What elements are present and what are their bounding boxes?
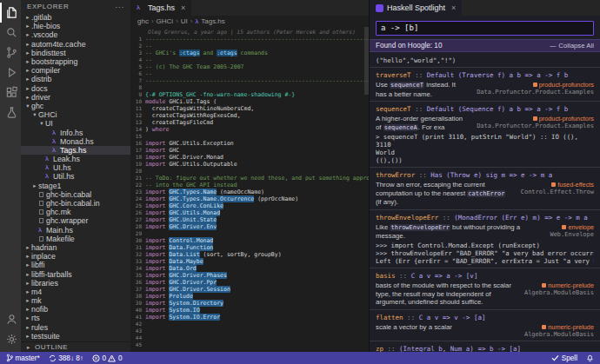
tree-item-ghc-bin-cabal-in[interactable]: ghc-bin.cabal.in (21, 199, 130, 208)
package-info[interactable]: envelopeWeb.Envelope (550, 223, 594, 238)
code-line: 41import System.IO.Error (130, 314, 369, 321)
package-info[interactable]: numeric-preludeAlgebra.ModuleBasis (524, 281, 594, 296)
result-item-flatten[interactable]: flatten :: C a v => v -> [a]numeric-prel… (370, 310, 600, 341)
tree-item-nofib[interactable]: ▸nofib (21, 305, 130, 314)
tree-item--vscode[interactable]: ▸.vscode (21, 30, 130, 39)
package-info[interactable]: product-profunctorsData.Profunctor.Produ… (477, 115, 594, 129)
breadcrumb-item[interactable]: ghc (137, 17, 149, 25)
search-input[interactable] (376, 21, 594, 36)
tree-item--hie-bios[interactable]: ▸.hie-bios (21, 22, 130, 30)
account-icon[interactable] (0, 309, 21, 329)
line-number: 14 (130, 126, 145, 133)
run-debug-icon[interactable] (0, 63, 21, 83)
tree-item-hadrian[interactable]: ▸hadrian (21, 243, 130, 252)
tree-item-util-hs[interactable]: λUtil.hs (21, 172, 130, 181)
line-content: import GHC.Driver.Ppr (145, 279, 369, 286)
line-content: import GHC (145, 147, 369, 154)
tree-item-info-hs[interactable]: λInfo.hs (21, 128, 130, 136)
tree-item-ghc-wrapper[interactable]: ghc.wrapper (21, 216, 130, 225)
tree-item-rts[interactable]: ▸rts (21, 314, 130, 322)
editor-scrollbar[interactable] (364, 27, 369, 352)
tree-item-ghci[interactable]: ▾GHCi (21, 110, 130, 119)
tree-item-label: Util.hs (53, 172, 74, 181)
tree-item-libraries[interactable]: ▸libraries (21, 279, 130, 288)
tree-item-ghc-mk[interactable]: ghc.mk (21, 208, 130, 216)
close-icon[interactable]: × (451, 3, 456, 12)
tree-item-inplace[interactable]: ▸inplace (21, 252, 130, 261)
more-actions-icon[interactable]: ··· (115, 3, 124, 11)
tree-item-leak-hs[interactable]: λLeak.hs (21, 155, 130, 163)
tree-item-mk[interactable]: ▸mk (21, 296, 130, 305)
search-icon[interactable] (0, 23, 21, 43)
line-content: import GHC.Driver.Monad (145, 154, 369, 161)
code-line: 39import System.Directory (130, 300, 369, 307)
tree-item-libffi[interactable]: ▸libffi (21, 261, 130, 269)
code-line: 29 (130, 230, 369, 237)
tree-item-ui-hs[interactable]: λUI.hs (21, 163, 130, 172)
collapse-all-button[interactable]: — Collapse All (550, 42, 594, 50)
tree-item-main-hs[interactable]: λMain.hs (21, 226, 130, 235)
tree-item-m4[interactable]: ▸m4 (21, 288, 130, 296)
breadcrumb[interactable]: ghc › GHCi › UI › λ Tags.hs (130, 16, 369, 27)
result-code-example: ("hello","world","!") (376, 57, 594, 65)
tree-item--gitlab[interactable]: ▸.gitlab (21, 13, 130, 22)
tree-item-bootstrapping[interactable]: ▸bootstrapping (21, 57, 130, 66)
result-item-zp[interactable]: zp :: (Integral b, Num a) => b -> [a]dsp… (370, 341, 600, 352)
package-icon (542, 283, 546, 288)
package-icon (551, 182, 556, 187)
breadcrumb-item[interactable]: UI (181, 17, 188, 25)
tab-haskell-spotlight[interactable]: Haskell Spotlight × (370, 0, 463, 16)
haskell-file-icon: λ (137, 4, 142, 11)
result-item-traverset[interactable]: traverseT :: Default (Traverse f) a b =>… (370, 68, 600, 102)
code-editor[interactable]: Oleg Grenrus, a year ago | 15 authors (P… (130, 27, 369, 352)
tree-item-ghc-bin-cabal[interactable]: ghc-bin.cabal (21, 190, 130, 199)
notifications-bell-icon[interactable] (586, 354, 594, 362)
code-line: 19import GHC.Utils.Outputable (130, 161, 369, 168)
tree-item-docs[interactable]: ▸docs (21, 84, 130, 93)
result-item-sequencet[interactable]: sequenceT :: Default (Sequence f) a b =>… (370, 102, 600, 168)
git-branch-indicator[interactable]: master* (6, 354, 40, 362)
tab-tags-hs[interactable]: λ Tags.hs × (130, 0, 192, 16)
explorer-icon[interactable] (0, 3, 21, 23)
scrollbar-thumb[interactable] (364, 27, 369, 95)
tree-item-rules[interactable]: ▸rules (21, 323, 130, 332)
outline-section[interactable]: ▸ OUTLINE (21, 341, 130, 352)
settings-gear-icon[interactable] (0, 329, 21, 349)
tree-item-distrib[interactable]: ▸distrib (21, 75, 130, 83)
tree-item-ui[interactable]: ▾UI (21, 119, 130, 128)
result-item-throwenvelopeerr[interactable]: throwEnvelopeErr :: (MonadError (Err e) … (370, 210, 600, 268)
line-content: import GHC.Core.ConLike (145, 202, 369, 209)
haskell-file-icon: λ (195, 17, 198, 25)
package-info[interactable]: product-profunctorsData.Profunctor.Produ… (477, 81, 594, 96)
result-item-throwerror[interactable]: throwError :: Has (Throw e) sig m => e -… (370, 168, 600, 210)
sync-indicator[interactable]: 388↓ 8↑ (49, 354, 83, 362)
tree-item-tags-hs[interactable]: λTags.hs (21, 146, 130, 155)
testing-flask-icon[interactable] (0, 103, 21, 122)
close-icon[interactable]: × (181, 3, 185, 12)
tree-item-compiler[interactable]: ▸compiler (21, 66, 130, 75)
breadcrumb-item[interactable]: Tags.hs (201, 17, 225, 25)
chevron-down-icon: ▾ (24, 103, 31, 109)
package-info[interactable]: numeric-preludeAlgebra.ModuleBasis (524, 323, 594, 338)
line-content: ----------------------------------------… (145, 36, 369, 43)
tree-item-label: rts (31, 314, 40, 322)
source-control-icon[interactable] (0, 43, 21, 63)
tree-item-bindisttest[interactable]: ▸bindisttest (21, 49, 130, 57)
problems-indicator[interactable]: 0 0 (92, 354, 123, 362)
tree-item-testsuite[interactable]: ▸testsuite (21, 332, 130, 341)
breadcrumb-item[interactable]: GHCi (157, 17, 174, 25)
tree-item-ghc[interactable]: ▾ghc (21, 102, 130, 110)
tree-item-makefile[interactable]: Makefile (21, 235, 130, 243)
tree-item-stage1[interactable]: ▸stage1 (21, 182, 130, 190)
tree-item-driver[interactable]: ▸driver (21, 93, 130, 102)
explorer-sidebar: EXPLORER ··· ▸.gitlab▸.hie-bios▸.vscode▸… (21, 0, 130, 352)
code-line: 45 (130, 341, 369, 348)
tree-item-autom4te-cache[interactable]: ▸autom4te.cache (21, 40, 130, 49)
package-info[interactable]: fused-effectsControl.Effect.Throw (521, 181, 594, 195)
result-item[interactable]: ("hello","world","!") (370, 52, 600, 69)
result-item-basis[interactable]: basis :: C a v => a -> [v]numeric-prelud… (370, 268, 600, 310)
extensions-icon[interactable] (0, 83, 21, 103)
tree-item-monad-hs[interactable]: λMonad.hs (21, 137, 130, 146)
tree-item-libffi-tarballs[interactable]: ▸libffi-tarballs (21, 269, 130, 278)
spell-checker-status[interactable]: Spell (551, 354, 577, 362)
